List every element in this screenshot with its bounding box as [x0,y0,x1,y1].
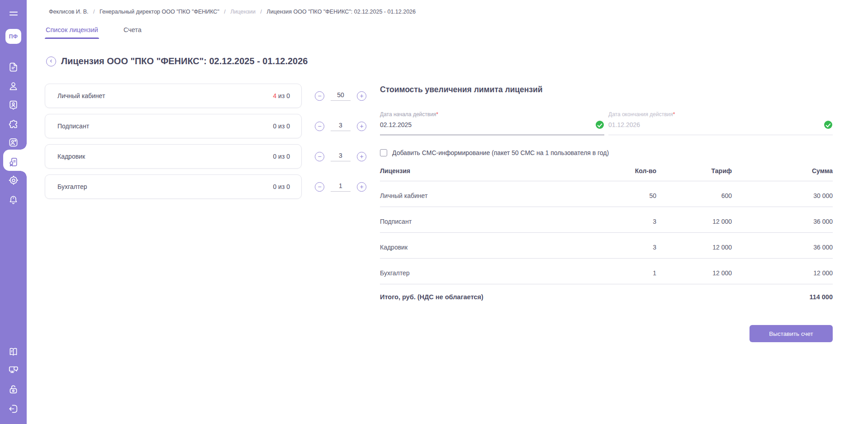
breadcrumb-licenses[interactable]: Лицензии [230,9,256,15]
license-usage: 0 из 0 [273,122,290,130]
employee-card-icon [8,99,19,111]
date-end-label: Дата окончания действия [608,111,673,118]
increment-button[interactable]: + [357,182,366,192]
sms-option-row: Добавить СМС-информирование (пакет 50 СМ… [380,149,833,156]
license-card-hr[interactable]: Кадровик 0 из 0 [45,144,302,169]
sidebar-item-notifications[interactable] [0,192,27,207]
decrement-button[interactable]: − [315,152,324,161]
cell-amount: 36 000 [732,244,833,251]
panel-actions: Выставить счет [380,325,833,342]
sidebar-item-employees[interactable] [0,97,27,113]
valid-check-icon [596,121,604,129]
date-end-field: Дата окончания действия* [608,111,833,135]
quantity-input[interactable] [331,152,351,161]
required-asterisk: * [673,111,675,118]
sidebar-item-documents[interactable] [0,59,27,75]
decrement-button[interactable]: − [315,122,324,131]
cell-license: Подписант [380,218,588,225]
breadcrumb-role[interactable]: Генеральный директор ООО "ПКО "ФЕНИКС" [100,9,219,15]
cell-license: Кадровик [380,244,588,251]
sidebar: ПФ [0,0,27,424]
sidebar-item-integrations[interactable] [0,117,27,132]
increment-button[interactable]: + [357,152,366,161]
table-row: Подписант 3 12 000 36 000 [380,207,833,232]
cell-license: Личный кабинет [380,192,588,199]
col-header-license: Лицензия [380,167,588,174]
gear-icon [8,174,19,186]
cell-amount: 12 000 [732,269,833,277]
breadcrumb-current: Лицензия ООО "ПКО "ФЕНИКС": 02.12.2025 -… [267,9,416,15]
cell-qty: 3 [588,218,656,225]
license-usage: 4 из 0 [273,92,290,99]
menu-toggle-button[interactable] [0,6,27,21]
pricing-table: Лицензия Кол-во Тариф Сумма Личный кабин… [380,167,833,301]
date-start-label: Дата начала действия [380,111,436,118]
app-logo[interactable]: ПФ [5,29,21,44]
date-start-field: Дата начала действия* [380,111,604,135]
breadcrumb: Феклисов И. В. / Генеральный директор ОО… [49,9,416,15]
puzzle-icon [8,118,19,130]
chevron-left-icon [48,57,54,66]
required-asterisk: * [436,111,438,118]
decrement-button[interactable]: − [315,182,324,192]
breadcrumb-user[interactable]: Феклисов И. В. [49,9,89,15]
col-header-rate: Тариф [656,167,732,174]
license-row: Кадровик 0 из 0 − + [45,144,370,169]
book-icon [8,346,19,358]
license-stepper: − + [315,152,366,161]
decrement-button[interactable]: − [315,91,324,101]
cell-qty: 3 [588,244,656,251]
document-icon [8,61,19,73]
date-fields-row: Дата начала действия* Дата окончания дей… [380,111,833,135]
total-value: 114 000 [732,293,833,301]
issue-invoice-button[interactable]: Выставить счет [749,325,833,342]
back-button[interactable] [46,57,56,66]
cell-license: Бухгалтер [380,269,588,277]
sidebar-item-knowledge-base[interactable] [0,344,27,359]
increment-button[interactable]: + [357,122,366,131]
license-stepper: − + [315,182,366,192]
quantity-input[interactable] [331,91,351,101]
sms-checkbox[interactable] [380,149,387,156]
table-total-row: Итого, руб. (НДС не облагается) 114 000 [380,284,833,301]
sidebar-item-security[interactable] [0,382,27,397]
license-certificate-icon [8,156,19,168]
date-start-input[interactable] [380,121,560,128]
sidebar-item-licenses[interactable] [0,154,27,170]
quantity-input[interactable] [331,122,351,131]
tab-license-list[interactable]: Список лицензий [45,24,99,39]
cell-rate: 12 000 [656,244,732,251]
hamburger-icon [8,8,19,19]
cell-qty: 1 [588,269,656,277]
cell-amount: 36 000 [732,218,833,225]
license-card-accountant[interactable]: Бухгалтер 0 из 0 [45,174,302,199]
unlock-icon [8,384,19,395]
sidebar-item-profile[interactable] [0,78,27,94]
license-card-signer[interactable]: Подписант 0 из 0 [45,114,302,138]
license-card-label: Подписант [57,122,89,130]
add-user-icon [8,137,19,148]
sidebar-item-support[interactable] [0,362,27,377]
table-header-row: Лицензия Кол-во Тариф Сумма [380,167,833,181]
license-card-label: Личный кабинет [57,92,105,99]
breadcrumb-separator: / [93,9,95,15]
increment-button[interactable]: + [357,91,366,101]
license-card-label: Бухгалтер [57,183,87,190]
cell-amount: 30 000 [732,192,833,199]
license-card-personal-account[interactable]: Личный кабинет 4 из 0 [45,84,302,108]
cell-rate: 12 000 [656,269,732,277]
sms-checkbox-label[interactable]: Добавить СМС-информирование (пакет 50 СМ… [392,149,609,156]
cost-panel: Стоимость увеличения лимита лицензий Дат… [380,85,833,342]
sidebar-item-logout[interactable] [0,401,27,416]
quantity-input[interactable] [331,182,351,192]
license-row: Бухгалтер 0 из 0 − + [45,174,370,199]
tab-invoices[interactable]: Счета [123,24,142,39]
col-header-qty: Кол-во [588,167,656,174]
sidebar-item-settings[interactable] [0,173,27,188]
support-chat-icon [8,364,19,376]
col-header-amount: Сумма [732,167,833,174]
license-card-label: Кадровик [57,153,85,160]
breadcrumb-separator: / [261,9,262,15]
table-row: Личный кабинет 50 600 30 000 [380,181,833,207]
license-usage: 0 из 0 [273,183,290,190]
